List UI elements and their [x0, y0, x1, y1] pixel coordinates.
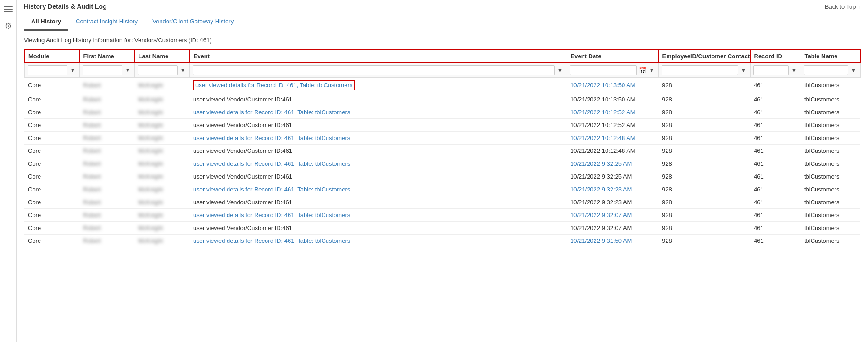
cell-event: user viewed details for Record ID: 461, …: [189, 157, 567, 170]
cell-empid: 928: [658, 222, 750, 235]
cell-event: user viewed Vendor/Customer ID:461: [189, 222, 567, 235]
cell-recordid: 461: [750, 106, 801, 119]
cell-tablename: tblCustomers: [801, 106, 860, 119]
cell-eventdate: 10/21/2022 9:32:25 AM: [567, 170, 658, 183]
cell-recordid: 461: [750, 119, 801, 132]
cell-eventdate: 10/21/2022 9:32:23 AM: [567, 183, 658, 196]
filter-lastname-btn[interactable]: ▼: [179, 66, 187, 74]
filter-empid-btn[interactable]: ▼: [740, 66, 747, 74]
cell-lastname: McKnight: [134, 145, 189, 157]
col-header-eventdate: Event Date: [567, 50, 658, 63]
tab-vendor-gateway[interactable]: Vendor/Client Gateway History: [145, 13, 241, 31]
cell-lastname: McKnight: [134, 222, 189, 235]
cell-firstname: Robert: [79, 145, 134, 157]
cell-lastname: McKnight: [134, 183, 189, 196]
cell-module: Core: [24, 106, 79, 119]
event-link[interactable]: user viewed details for Record ID: 461, …: [193, 212, 350, 219]
cell-firstname: Robert: [79, 196, 134, 209]
col-header-module: Module: [24, 50, 79, 63]
cell-firstname: Robert: [79, 209, 134, 222]
cell-eventdate: 10/21/2022 10:13:50 AM: [567, 78, 658, 93]
back-to-top-button[interactable]: Back to Top ↑: [825, 3, 861, 10]
event-link[interactable]: user viewed details for Record ID: 461, …: [193, 160, 350, 167]
filter-empid-input[interactable]: [662, 65, 738, 75]
cell-module: Core: [24, 132, 79, 145]
filter-firstname: ▼: [79, 63, 134, 78]
table-row: CoreRobertMcKnightuser viewed details fo…: [24, 106, 860, 119]
col-header-event: Event: [189, 50, 567, 63]
cell-tablename: tblCustomers: [801, 222, 860, 235]
cell-lastname: McKnight: [134, 78, 189, 93]
cell-recordid: 461: [750, 157, 801, 170]
cell-tablename: tblCustomers: [801, 145, 860, 157]
cell-firstname: Robert: [79, 170, 134, 183]
cell-empid: 928: [658, 93, 750, 106]
filter-tablename-input[interactable]: [804, 65, 848, 75]
filter-recordid-btn[interactable]: ▼: [790, 66, 798, 74]
cell-tablename: tblCustomers: [801, 209, 860, 222]
viewing-info-text: Viewing Audit Log History information fo…: [24, 37, 211, 44]
cell-recordid: 461: [750, 209, 801, 222]
filter-eventdate-input[interactable]: [570, 65, 637, 75]
cell-recordid: 461: [750, 78, 801, 93]
event-link[interactable]: user viewed details for Record ID: 461, …: [193, 237, 350, 244]
filter-lastname-input[interactable]: [138, 65, 178, 75]
cell-tablename: tblCustomers: [801, 119, 860, 132]
col-header-empid: EmployeeID/Customer ContactID: [658, 50, 750, 63]
filter-event-input[interactable]: [193, 65, 555, 75]
event-link[interactable]: user viewed details for Record ID: 461, …: [193, 109, 350, 116]
filter-eventdate: 📅 ▼: [567, 63, 658, 78]
cell-recordid: 461: [750, 170, 801, 183]
event-link[interactable]: user viewed details for Record ID: 461, …: [193, 80, 355, 90]
cell-recordid: 461: [750, 235, 801, 247]
table-row: CoreRobertMcKnightuser viewed details fo…: [24, 183, 860, 196]
table-filter-row: ▼ ▼ ▼: [24, 63, 860, 78]
cell-lastname: McKnight: [134, 235, 189, 247]
filter-eventdate-btn[interactable]: ▼: [648, 66, 656, 74]
cell-event: user viewed Vendor/Customer ID:461: [189, 119, 567, 132]
arrow-up-icon: ↑: [858, 3, 861, 10]
filter-firstname-input[interactable]: [83, 65, 122, 75]
cell-eventdate: 10/21/2022 9:32:07 AM: [567, 222, 658, 235]
cell-recordid: 461: [750, 145, 801, 157]
cell-eventdate: 10/21/2022 10:12:48 AM: [567, 145, 658, 157]
tab-all-history[interactable]: All History: [24, 13, 68, 31]
filter-module-btn[interactable]: ▼: [69, 66, 77, 74]
tab-contract-insight[interactable]: Contract Insight History: [68, 13, 145, 31]
table-body: CoreRobertMcKnightuser viewed details fo…: [24, 78, 860, 247]
filter-tablename-btn[interactable]: ▼: [850, 66, 857, 74]
table-row: CoreRobertMcKnightuser viewed Vendor/Cus…: [24, 222, 860, 235]
cell-empid: 928: [658, 106, 750, 119]
event-link[interactable]: user viewed details for Record ID: 461, …: [193, 186, 350, 193]
table-row: CoreRobertMcKnightuser viewed details fo…: [24, 78, 860, 93]
filter-recordid-input[interactable]: [753, 65, 789, 75]
table-row: CoreRobertMcKnightuser viewed details fo…: [24, 235, 860, 247]
cell-tablename: tblCustomers: [801, 235, 860, 247]
cell-recordid: 461: [750, 183, 801, 196]
calendar-icon[interactable]: 📅: [639, 67, 646, 74]
cell-event: user viewed details for Record ID: 461, …: [189, 209, 567, 222]
cell-lastname: McKnight: [134, 209, 189, 222]
filter-event-btn[interactable]: ▼: [556, 66, 564, 74]
filter-module-input[interactable]: [28, 65, 67, 75]
cell-empid: 928: [658, 183, 750, 196]
cell-lastname: McKnight: [134, 119, 189, 132]
cell-empid: 928: [658, 170, 750, 183]
gear-icon[interactable]: ⚙: [5, 21, 12, 31]
table-container[interactable]: Module First Name Last Name Event Event …: [17, 49, 868, 247]
cell-tablename: tblCustomers: [801, 78, 860, 93]
cell-lastname: McKnight: [134, 157, 189, 170]
cell-module: Core: [24, 183, 79, 196]
cell-empid: 928: [658, 209, 750, 222]
hamburger-icon[interactable]: [4, 5, 13, 14]
cell-lastname: McKnight: [134, 196, 189, 209]
tabs-bar: All History Contract Insight History Ven…: [17, 13, 868, 31]
filter-tablename: ▼: [801, 63, 860, 78]
filter-firstname-btn[interactable]: ▼: [124, 66, 132, 74]
table-row: CoreRobertMcKnightuser viewed Vendor/Cus…: [24, 196, 860, 209]
table-row: CoreRobertMcKnightuser viewed Vendor/Cus…: [24, 119, 860, 132]
cell-module: Core: [24, 170, 79, 183]
cell-event: user viewed Vendor/Customer ID:461: [189, 196, 567, 209]
event-link[interactable]: user viewed details for Record ID: 461, …: [193, 135, 350, 141]
cell-empid: 928: [658, 132, 750, 145]
